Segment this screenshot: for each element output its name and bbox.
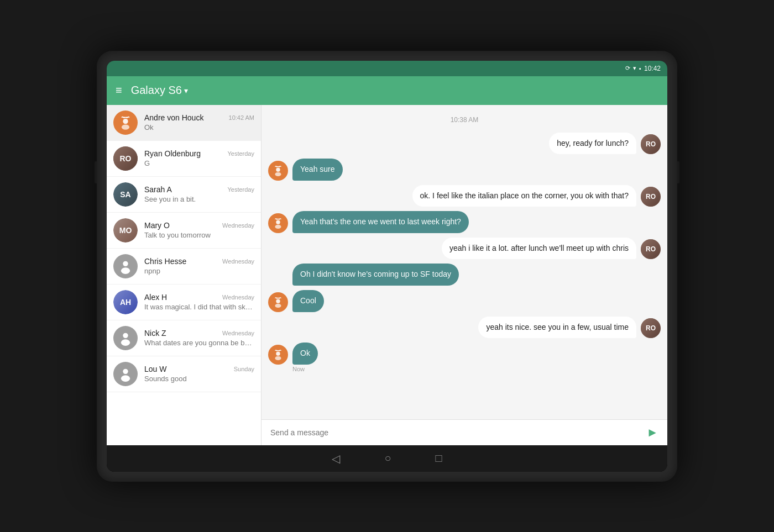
contact-item[interactable]: Nick Z Wednesday What dates are you gonn… bbox=[107, 320, 261, 356]
contact-preview: What dates are you gonna be back in M... bbox=[144, 339, 254, 347]
contact-preview: See you in a bit. bbox=[144, 195, 254, 203]
contact-preview: Ok bbox=[144, 123, 254, 131]
power-button[interactable] bbox=[677, 161, 679, 183]
antler-avatar-small-icon bbox=[272, 165, 284, 177]
back-button[interactable]: ◁ bbox=[332, 452, 340, 465]
contact-time: Yesterday bbox=[227, 186, 254, 193]
contact-info: Nick Z Wednesday What dates are you gonn… bbox=[144, 329, 254, 347]
svg-point-1 bbox=[122, 124, 129, 129]
svg-point-4 bbox=[123, 333, 128, 338]
avatar-photo: MO bbox=[113, 218, 138, 243]
contact-preview: It was magical. I did that with skyrim bbox=[144, 303, 254, 311]
tablet-device: ⟳ ▾ ▪ 10:42 ≡ Galaxy S6 ▾ bbox=[97, 51, 677, 482]
contact-item[interactable]: SA Sarah A Yesterday See you in a bit. bbox=[107, 177, 261, 213]
contact-item[interactable]: MO Mary O Wednesday Talk to you tomorrow bbox=[107, 213, 261, 249]
contact-item[interactable]: AH Alex H Wednesday It was magical. I di… bbox=[107, 285, 261, 320]
message-row: Yeah that's the one we went to last week… bbox=[268, 211, 661, 233]
contact-item[interactable]: Chris Hesse Wednesday npnp bbox=[107, 249, 261, 285]
avatar bbox=[113, 362, 138, 386]
nav-bar: ◁ ○ □ bbox=[107, 445, 667, 472]
app-title: Galaxy S6 ▾ bbox=[131, 84, 188, 97]
avatar: AH bbox=[113, 290, 138, 314]
message-input[interactable] bbox=[270, 428, 640, 437]
contact-info: Alex H Wednesday It was magical. I did t… bbox=[144, 293, 254, 311]
contact-name: Andre von Houck bbox=[144, 113, 203, 122]
contact-time: Wednesday bbox=[222, 258, 254, 265]
send-button[interactable]: ► bbox=[646, 425, 658, 440]
svg-point-13 bbox=[275, 303, 281, 307]
contact-name: Lou W bbox=[144, 365, 166, 373]
time-divider: 10:38 AM bbox=[268, 116, 661, 124]
antler-avatar-small-icon bbox=[272, 217, 284, 229]
volume-button[interactable] bbox=[95, 161, 97, 183]
contact-time: Wednesday bbox=[222, 294, 254, 301]
contact-name: Nick Z bbox=[144, 329, 166, 338]
person-icon bbox=[118, 366, 133, 382]
app-title-text: Galaxy S6 bbox=[131, 84, 182, 97]
contact-time: 10:42 AM bbox=[229, 114, 254, 121]
rotation-icon: ⟳ bbox=[625, 65, 630, 72]
receiver-avatar bbox=[268, 292, 288, 312]
person-icon bbox=[118, 330, 133, 346]
contact-preview: G bbox=[144, 159, 254, 167]
contact-preview: npnp bbox=[144, 267, 254, 275]
receiver-avatar bbox=[268, 213, 288, 233]
contact-time: Wednesday bbox=[222, 330, 254, 336]
status-icons: ⟳ ▾ ▪ 10:42 bbox=[625, 65, 661, 72]
avatar: RO bbox=[113, 146, 138, 171]
avatar-photo: SA bbox=[113, 182, 138, 207]
sender-avatar: RO bbox=[641, 239, 661, 259]
main-content: Andre von Houck 10:42 AM Ok RO Ryan Olde… bbox=[107, 105, 667, 445]
message-bubble: hey, ready for lunch? bbox=[549, 133, 636, 155]
message-bubble: yeah i like it a lot. after lunch we'll … bbox=[442, 238, 636, 260]
avatar: SA bbox=[113, 182, 138, 207]
svg-point-9 bbox=[275, 172, 281, 176]
contact-list: Andre von Houck 10:42 AM Ok RO Ryan Olde… bbox=[107, 105, 262, 445]
hamburger-menu-icon[interactable]: ≡ bbox=[116, 84, 122, 97]
message-row: Ok bbox=[268, 343, 318, 365]
svg-point-0 bbox=[123, 119, 128, 124]
message-row: yeah its nice. see you in a few, usual t… bbox=[268, 317, 661, 339]
contact-item[interactable]: Andre von Houck 10:42 AM Ok bbox=[107, 105, 261, 141]
chat-area: 10:38 AM hey, ready for lunch? RO bbox=[262, 105, 667, 445]
svg-point-12 bbox=[276, 299, 280, 303]
message-row: Oh I didn't know he's coming up to SF to… bbox=[268, 264, 661, 286]
svg-point-11 bbox=[275, 225, 281, 229]
svg-point-14 bbox=[276, 351, 280, 355]
status-bar: ⟳ ▾ ▪ 10:42 bbox=[107, 61, 667, 76]
home-button[interactable]: ○ bbox=[384, 452, 391, 465]
status-time: 10:42 bbox=[644, 65, 661, 72]
contact-info: Sarah A Yesterday See you in a bit. bbox=[144, 185, 254, 203]
message-row: Yeah sure bbox=[268, 159, 661, 181]
message-bubble: Ok bbox=[292, 343, 318, 365]
sender-avatar: RO bbox=[641, 318, 661, 338]
contact-item[interactable]: RO Ryan Oldenburg Yesterday G bbox=[107, 141, 261, 177]
recent-apps-button[interactable]: □ bbox=[436, 452, 442, 465]
message-row: hey, ready for lunch? RO bbox=[268, 133, 661, 155]
contact-time: Sunday bbox=[234, 366, 254, 372]
message-bubble: Yeah sure bbox=[292, 159, 343, 181]
receiver-avatar bbox=[268, 345, 288, 365]
antler-avatar-icon bbox=[118, 115, 133, 130]
contact-info: Andre von Houck 10:42 AM Ok bbox=[144, 113, 254, 131]
battery-icon: ▪ bbox=[639, 65, 641, 72]
tablet-screen: ⟳ ▾ ▪ 10:42 ≡ Galaxy S6 ▾ bbox=[107, 61, 667, 472]
sender-avatar: RO bbox=[641, 134, 661, 154]
svg-point-2 bbox=[123, 261, 128, 266]
message-bubble: Cool bbox=[292, 290, 324, 312]
contact-preview: Talk to you tomorrow bbox=[144, 231, 254, 239]
message-bubble: Yeah that's the one we went to last week… bbox=[292, 211, 469, 233]
contact-item[interactable]: Lou W Sunday Sounds good bbox=[107, 356, 261, 392]
chat-messages: 10:38 AM hey, ready for lunch? RO bbox=[262, 105, 667, 419]
receiver-avatar bbox=[268, 161, 288, 181]
svg-point-15 bbox=[275, 356, 281, 360]
contact-name: Ryan Oldenburg bbox=[144, 149, 201, 158]
contact-info: Lou W Sunday Sounds good bbox=[144, 365, 254, 383]
avatar-photo: AH bbox=[113, 290, 138, 314]
svg-point-3 bbox=[121, 267, 130, 274]
person-icon bbox=[118, 259, 133, 274]
svg-point-6 bbox=[123, 368, 128, 373]
dropdown-arrow-icon[interactable]: ▾ bbox=[184, 86, 188, 95]
svg-point-7 bbox=[121, 375, 130, 382]
antler-avatar-small-icon bbox=[272, 349, 284, 361]
